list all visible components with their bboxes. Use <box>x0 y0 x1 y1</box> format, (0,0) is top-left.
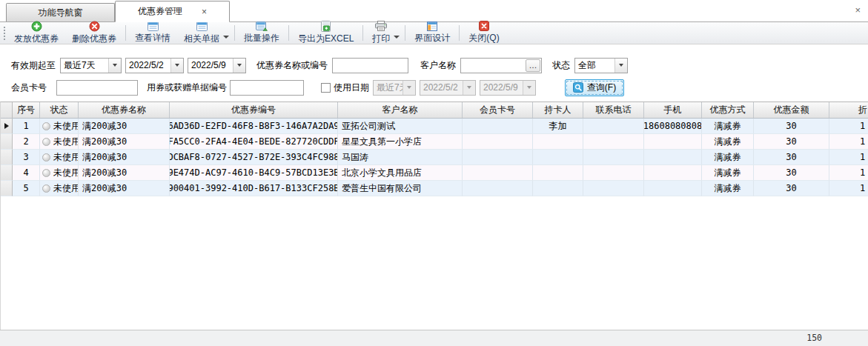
excel-export-icon <box>321 21 331 32</box>
ui-design-button[interactable]: 界面设计 <box>408 22 457 44</box>
button-label: 查看详情 <box>135 32 170 44</box>
coupon-management-window: 功能导航窗 优惠券管理 × × 发放优惠券 删除优惠券 查看详情 <box>0 0 868 346</box>
chevron-down-icon[interactable] <box>223 36 229 39</box>
summary-bar: 150 <box>0 330 868 346</box>
table-row[interactable]: 5 未使用 满200减30 40900401-3992-410D-B617-B1… <box>1 181 868 196</box>
column-header[interactable]: 联系电话 <box>583 102 644 118</box>
column-header[interactable]: 客户名称 <box>338 102 463 118</box>
cell-code: 809E474D-AC97-4610-B4C9-57BCD13E3B07 <box>170 165 338 181</box>
customer-name-input[interactable] <box>461 59 526 73</box>
column-header[interactable]: 手机 <box>644 102 702 118</box>
print-button[interactable]: 打印 <box>365 20 397 47</box>
column-header[interactable]: 优惠券编号 <box>170 102 338 118</box>
tab-bar: 功能导航窗 优惠券管理 × × <box>0 0 868 22</box>
chevron-down-icon[interactable] <box>233 59 245 73</box>
cell-card <box>463 134 533 150</box>
cell-mobile: 18608080808 <box>644 119 702 134</box>
column-header[interactable]: 序号 <box>13 102 40 118</box>
cell-amount: 30 <box>754 119 829 134</box>
tab-close-icon[interactable]: × <box>202 7 207 16</box>
use-date-checkbox[interactable] <box>321 83 331 93</box>
current-row-arrow-icon <box>4 123 9 129</box>
cell-name: 满200减30 <box>79 150 170 165</box>
chevron-down-icon[interactable] <box>614 59 627 73</box>
tab-function-nav[interactable]: 功能导航窗 <box>6 3 115 21</box>
ellipsis-lookup-button[interactable]: … <box>526 59 540 72</box>
print-button-group: 打印 <box>365 22 402 44</box>
table-row[interactable]: 2 未使用 满200减30 FAFA5CC0-2FA4-4E04-BEDE-82… <box>1 134 868 150</box>
cell-status: 未使用 <box>40 181 79 196</box>
table-row[interactable]: 1 未使用 满200减30 C36AD36D-E2FD-46F8-B8F3-14… <box>1 119 868 134</box>
row-indicator <box>1 181 13 196</box>
window-close-icon[interactable]: × <box>855 4 861 16</box>
close-red-icon <box>479 21 489 31</box>
cell-status: 未使用 <box>40 165 79 181</box>
cell-card <box>463 150 533 165</box>
chevron-down-icon[interactable] <box>394 36 400 39</box>
export-excel-button[interactable]: 导出为EXCEL <box>291 22 360 44</box>
cell-holder <box>533 134 583 150</box>
cell-name: 满200减30 <box>79 134 170 150</box>
toolbar-separator <box>288 25 289 41</box>
chevron-down-icon[interactable] <box>170 59 183 73</box>
issue-coupon-button[interactable]: 发放优惠券 <box>7 22 65 44</box>
row-indicator <box>1 134 13 150</box>
use-date-to-select: 2022/5/9 <box>480 80 536 96</box>
column-header[interactable]: 折 <box>829 102 868 118</box>
cell-discount: 1 <box>829 119 868 134</box>
batch-ops-button[interactable]: 批量操作 <box>237 22 286 44</box>
tab-coupon-management[interactable]: 优惠券管理 × <box>115 1 230 22</box>
view-detail-button[interactable]: 查看详情 <box>128 22 177 44</box>
cell-tel <box>583 181 644 196</box>
cell-tel <box>583 150 644 165</box>
validity-range-select[interactable]: 最近7天 <box>60 58 122 73</box>
magnifier-icon <box>573 82 583 93</box>
cell-num: 3 <box>13 150 40 165</box>
column-header[interactable]: 优惠金额 <box>754 102 829 118</box>
cell-amount: 30 <box>754 150 829 165</box>
toolbar-separator <box>234 25 235 41</box>
column-header[interactable]: 持卡人 <box>533 102 583 118</box>
coupon-name-input[interactable] <box>332 58 408 73</box>
related-docs-button[interactable]: 相关单据 <box>177 20 226 47</box>
table-row[interactable]: 3 未使用 满200减30 E4DCBAF8-0727-4527-B72E-39… <box>1 150 868 165</box>
cell-mobile <box>644 181 702 196</box>
toolbar-separator <box>405 25 405 41</box>
use-date-range-select: 最近7天 <box>373 80 416 96</box>
cell-method: 满减券 <box>702 150 754 165</box>
button-label: 删除优惠券 <box>72 33 116 45</box>
column-header[interactable]: 优惠券名称 <box>79 102 170 118</box>
chevron-down-icon <box>463 81 475 95</box>
cell-tel <box>583 119 644 134</box>
column-header[interactable]: 优惠方式 <box>702 102 754 118</box>
cell-num: 5 <box>13 181 40 196</box>
cell-status: 未使用 <box>40 119 79 134</box>
table-row[interactable]: 4 未使用 满200减30 809E474D-AC97-4610-B4C9-57… <box>1 165 868 181</box>
status-select[interactable]: 全部 <box>574 58 628 73</box>
button-label: 关闭(Q) <box>468 32 499 44</box>
cell-discount: 1 <box>829 165 868 181</box>
doc-number-input[interactable] <box>230 80 304 96</box>
column-header[interactable]: 会员卡号 <box>463 102 533 118</box>
status-ball-icon <box>42 153 50 162</box>
toolbar-grip[interactable] <box>2 25 6 41</box>
button-label: 界面设计 <box>414 32 450 44</box>
cell-holder <box>533 181 583 196</box>
query-button[interactable]: 查询(F) <box>565 79 624 96</box>
row-indicator <box>1 150 13 165</box>
delete-coupon-button[interactable]: 删除优惠券 <box>65 22 123 44</box>
validity-date-to-select[interactable]: 2022/5/9 <box>188 58 246 73</box>
cell-card <box>463 119 533 134</box>
validity-label: 有效期起至 <box>11 59 56 72</box>
cell-method: 满减券 <box>702 119 754 134</box>
cell-tel <box>583 165 644 181</box>
member-card-input[interactable] <box>56 80 138 96</box>
coupon-table: 序号 状态 优惠券名称 优惠券编号 客户名称 会员卡号 持卡人 联系电话 手机 … <box>0 102 868 330</box>
cell-method: 满减券 <box>702 165 754 181</box>
form-icon <box>148 21 159 31</box>
close-button[interactable]: 关闭(Q) <box>462 22 506 44</box>
column-header[interactable]: 状态 <box>40 102 79 118</box>
validity-date-from-select[interactable]: 2022/5/2 <box>125 58 184 73</box>
status-ball-icon <box>42 169 50 177</box>
chevron-down-icon[interactable] <box>108 59 121 73</box>
